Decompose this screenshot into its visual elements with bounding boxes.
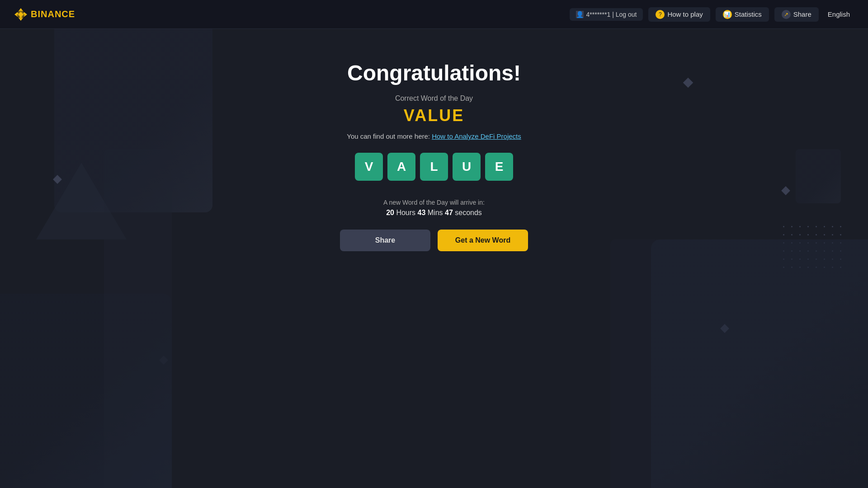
binance-logo-icon: [14, 8, 27, 21]
letter-tile-e: E: [485, 153, 513, 181]
statistics-icon: 📊: [723, 10, 732, 19]
timer-hours-label: Hours: [396, 209, 415, 216]
find-more-link[interactable]: How to Analyze DeFi Projects: [432, 132, 521, 140]
timer-section: A new Word of the Day will arrive in: 20…: [383, 199, 485, 217]
correct-word-value: VALUE: [404, 106, 464, 125]
timer-secs: 47: [445, 209, 453, 216]
how-to-play-label: How to play: [667, 10, 703, 18]
congratulations-title: Congratulations!: [347, 61, 521, 85]
user-logout-button[interactable]: 👤 4*******1 | Log out: [570, 8, 643, 21]
letter-tile-l: L: [420, 153, 448, 181]
binance-logo-text: BINANCE: [31, 9, 75, 19]
share-nav-label: Share: [793, 10, 811, 18]
find-more-text: You can find out more here: How to Analy…: [347, 132, 521, 140]
user-icon: 👤: [576, 11, 584, 18]
timer-secs-label: seconds: [455, 209, 482, 216]
how-to-play-button[interactable]: ? How to play: [648, 7, 710, 22]
letter-tile-u: U: [453, 153, 481, 181]
letter-tile-v: V: [355, 153, 383, 181]
letter-tile-a: A: [387, 153, 415, 181]
navbar: BINANCE 👤 4*******1 | Log out ? How to p…: [0, 0, 868, 29]
timer-label: A new Word of the Day will arrive in:: [383, 199, 485, 206]
letter-tiles: V A L U E: [355, 153, 513, 181]
navbar-right: 👤 4*******1 | Log out ? How to play 📊 St…: [570, 7, 854, 22]
user-button-label: 4*******1 | Log out: [586, 11, 637, 18]
action-buttons: Share Get a New Word: [340, 230, 528, 251]
find-more-prefix: You can find out more here:: [347, 132, 432, 140]
share-button[interactable]: Share: [340, 230, 430, 251]
timer-mins-label: Mins: [428, 209, 443, 216]
language-button[interactable]: English: [824, 8, 854, 21]
share-nav-button[interactable]: ↗ Share: [774, 7, 819, 22]
timer-mins: 43: [418, 209, 426, 216]
get-new-word-button[interactable]: Get a New Word: [438, 230, 528, 251]
navbar-left: BINANCE: [14, 8, 75, 21]
how-to-play-icon: ?: [656, 10, 665, 19]
language-label: English: [828, 10, 850, 18]
statistics-label: Statistics: [735, 10, 762, 18]
binance-logo: BINANCE: [14, 8, 75, 21]
statistics-button[interactable]: 📊 Statistics: [716, 7, 769, 22]
correct-word-label: Correct Word of the Day: [395, 94, 473, 103]
timer-value: 20 Hours 43 Mins 47 seconds: [383, 209, 485, 217]
main-content: Congratulations! Correct Word of the Day…: [0, 29, 868, 251]
share-nav-icon: ↗: [782, 10, 791, 19]
timer-hours: 20: [386, 209, 394, 216]
